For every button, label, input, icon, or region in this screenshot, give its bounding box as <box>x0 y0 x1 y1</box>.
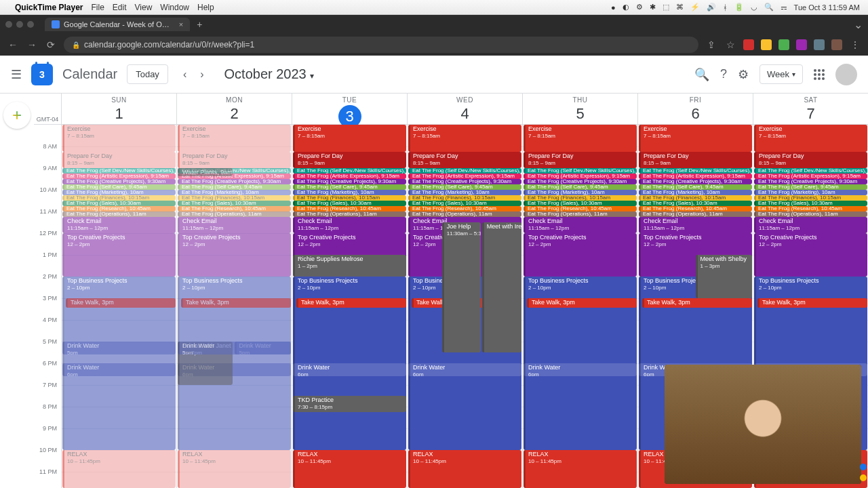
event-walk[interactable]: Take Walk, 3pm <box>757 298 867 308</box>
calendar-event[interactable]: RELAX10 – 11:45pm <box>178 450 291 488</box>
calendar-event[interactable]: RELAX10 – 11:45pm <box>62 450 176 488</box>
calendar-event[interactable]: Drink Water5pm <box>178 342 291 354</box>
event-frog[interactable]: Eat The Frog (Self Care), 9:45am <box>639 184 752 190</box>
event-frog[interactable]: Eat The Frog (Finances), 10:15am <box>178 195 291 201</box>
event-frog[interactable]: Eat The Frog (Self Dev./New Skills/Cours… <box>293 168 406 174</box>
calendar-event[interactable]: Prepare For Day8:15 – 9am <box>754 152 867 168</box>
calendar-event[interactable]: Drink Water6pm <box>408 363 521 376</box>
extension-icon[interactable] <box>814 39 825 50</box>
event-frog[interactable]: Eat The Frog (Creative Projects), 9:30am <box>62 179 176 184</box>
event-frog[interactable]: Eat The Frog (Operations), 11am <box>408 211 521 217</box>
calendar-event[interactable]: RELAX10 – 11:45pm <box>524 450 637 488</box>
event-frog[interactable]: Eat The Frog (Marketing), 10am <box>62 190 176 195</box>
day-header[interactable]: TUE 3 <box>292 94 407 124</box>
calendar-event[interactable]: Prepare For Day8:15 – 9am <box>62 152 176 168</box>
event-frog[interactable]: Eat The Frog (Artistic Expression), 9:15… <box>754 174 867 179</box>
event-frog[interactable]: Eat The Frog (Self Care), 9:45am <box>62 184 176 190</box>
status-icon[interactable]: ⬚ <box>663 3 669 12</box>
day-number[interactable]: 4 <box>408 105 522 123</box>
calendar-event[interactable]: TKD Practice7:30 – 8:15pm <box>293 396 406 412</box>
calendar-event[interactable]: Exercise7 – 8:15am <box>178 125 291 152</box>
event-frog[interactable]: Eat The Frog (Sales), 10:30am <box>62 201 176 206</box>
event-frog[interactable]: Eat The Frog (Sales), 10:30am <box>639 201 752 206</box>
calendar-event[interactable]: Top Creative Projects12 – 2pm <box>62 233 176 277</box>
day-column[interactable]: Exercise7 – 8:15am Prepare For Day8:15 –… <box>407 125 522 488</box>
extension-icon[interactable] <box>778 39 789 50</box>
calendar-event[interactable]: RELAX10 – 11:45pm <box>293 450 406 488</box>
event-frog[interactable]: Eat The Frog (Self Dev./New Skills/Cours… <box>639 168 752 174</box>
event-frog[interactable]: Eat The Frog (Sales), 10:30am <box>293 201 406 206</box>
event-frog[interactable]: Eat The Frog (Marketing), 10am <box>754 190 867 195</box>
event-frog[interactable]: Eat The Frog (Operations), 11am <box>293 211 406 217</box>
tab-overflow-icon[interactable]: ⌄ <box>854 18 863 31</box>
event-frog[interactable]: Eat The Frog (Self Dev./New Skills/Cours… <box>754 168 867 174</box>
menu-help[interactable]: Help <box>197 3 214 12</box>
calendar-event[interactable]: Prepare For Day8:15 – 9am <box>178 152 291 168</box>
day-column[interactable]: Exercise7 – 8:15am Prepare For Day8:15 –… <box>522 125 637 488</box>
prev-week-button[interactable]: ‹ <box>178 66 192 83</box>
event-frog[interactable]: Eat The Frog (Operations), 11am <box>524 211 637 217</box>
event-frog[interactable]: Eat The Frog (Research), 10:45am <box>408 206 521 211</box>
day-number[interactable]: 2 <box>177 105 292 123</box>
reload-button[interactable]: ⟳ <box>45 39 57 50</box>
browser-tab[interactable]: Google Calendar - Week of O… × <box>45 18 190 31</box>
calendar-event[interactable]: Check Email11:15am – 12pm <box>639 217 752 233</box>
event-frog[interactable]: Eat The Frog (Operations), 11am <box>639 211 752 217</box>
day-header[interactable]: FRI 6 <box>637 94 753 124</box>
next-week-button[interactable]: › <box>195 66 209 83</box>
menu-file[interactable]: File <box>92 3 104 12</box>
event-frog[interactable]: Eat The Frog (Artistic Expression), 9:15… <box>293 174 406 179</box>
event-joe-help[interactable]: Joe Help11:30am – 5:30pm <box>442 222 481 352</box>
event-frog[interactable]: Eat The Frog (Finances), 10:15am <box>62 195 176 201</box>
event-frog[interactable]: Eat The Frog (Research), 10:45am <box>293 206 406 211</box>
event-frog[interactable]: Eat The Frog (Self Care), 9:45am <box>178 184 291 190</box>
event-frog[interactable]: Eat The Frog (Artistic Expression), 9:15… <box>639 174 752 179</box>
calendar-event[interactable]: Drink Water6pm <box>62 363 176 376</box>
event-frog[interactable]: Eat The Frog (Sales), 10:30am <box>178 201 291 206</box>
day-column[interactable]: Exercise7 – 8:15am Prepare For Day8:15 –… <box>292 125 407 488</box>
event-water-plants[interactable]: Water Plants, 9am <box>178 168 233 176</box>
calendar-event[interactable]: Check Email11:15am – 12pm <box>62 217 176 233</box>
close-icon[interactable]: × <box>179 20 183 28</box>
event-frog[interactable]: Eat The Frog (Sales), 10:30am <box>524 201 637 206</box>
google-apps-icon[interactable] <box>814 69 825 80</box>
day-column[interactable]: Exercise7 – 8:15am Prepare For Day8:15 –… <box>61 125 176 488</box>
calendar-event[interactable]: Exercise7 – 8:15am <box>639 125 752 152</box>
event-walk[interactable]: Take Walk, 3pm <box>296 298 406 308</box>
wifi-icon[interactable]: ◡ <box>751 3 757 12</box>
status-icon[interactable]: ● <box>611 3 616 12</box>
calendar-event[interactable]: Drink Water6pm <box>524 363 637 376</box>
event-frog[interactable]: Eat The Frog (Artistic Expression), 9:15… <box>408 174 521 179</box>
event-frog[interactable]: Eat The Frog (Finances), 10:15am <box>408 195 521 201</box>
event-frog[interactable]: Eat The Frog (Finances), 10:15am <box>293 195 406 201</box>
search-icon[interactable]: 🔍 <box>764 3 774 12</box>
status-icon[interactable]: 🔊 <box>707 3 716 12</box>
settings-icon[interactable]: ⚙ <box>738 67 749 82</box>
calendar-event[interactable]: Check Email11:15am – 12pm <box>524 217 637 233</box>
calendar-event[interactable]: Richie Supplies Melrose1 – 2pm <box>293 255 406 277</box>
event-frog[interactable]: Eat The Frog (Creative Projects), 9:30am <box>408 179 521 184</box>
extension-icon[interactable] <box>743 39 754 50</box>
calendar-event[interactable]: RELAX10 – 11:45pm <box>408 450 521 488</box>
day-number[interactable]: 7 <box>753 105 868 123</box>
window-minimize[interactable] <box>16 21 23 28</box>
status-icon[interactable]: ✱ <box>650 3 656 12</box>
day-header[interactable]: MON 2 <box>176 94 292 124</box>
event-frog[interactable]: Eat The Frog (Creative Projects), 9:30am <box>754 179 867 184</box>
event-frog[interactable]: Eat The Frog (Operations), 11am <box>178 211 291 217</box>
event-walk[interactable]: Take Walk, 3pm <box>181 298 291 308</box>
calendar-event[interactable]: Top Creative Projects12 – 2pm <box>524 233 637 277</box>
calendar-event[interactable]: Exercise7 – 8:15am <box>524 125 637 152</box>
calendar-event[interactable]: Exercise7 – 8:15am <box>62 125 176 152</box>
event-frog[interactable]: Eat The Frog (Self Dev./New Skills/Cours… <box>62 168 176 174</box>
event-frog[interactable]: Eat The Frog (Operations), 11am <box>754 211 867 217</box>
calendar-event[interactable]: Drink Water5pm <box>62 342 176 354</box>
event-frog[interactable]: Eat The Frog (Self Care), 9:45am <box>524 184 637 190</box>
current-month[interactable]: October 2023 ▾ <box>224 66 315 82</box>
calendar-event[interactable]: Check Email11:15am – 12pm <box>754 217 867 233</box>
window-close[interactable] <box>5 21 12 28</box>
view-selector[interactable]: Week ▾ <box>760 64 803 84</box>
event-frog[interactable]: Eat The Frog (Research), 10:45am <box>178 206 291 211</box>
status-icon[interactable]: ◐ <box>623 3 629 12</box>
event-shelby[interactable]: Meet with Shelby1 – 3pm <box>696 255 753 298</box>
